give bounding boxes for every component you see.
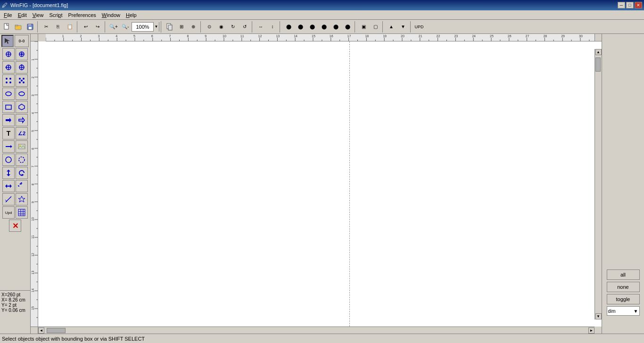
tb-paste-button[interactable]: 📋 <box>64 21 75 33</box>
titlebar-controls[interactable]: ─ □ ✕ <box>618 2 642 8</box>
tool-select[interactable] <box>1 35 14 47</box>
tb-align-c-button[interactable]: ⬤ <box>295 21 306 33</box>
zoom-input[interactable] <box>132 24 153 30</box>
layer-all-button[interactable]: all <box>607 270 640 280</box>
tool-angle[interactable]: ∠2 <box>16 127 28 139</box>
tool-move-h[interactable] <box>2 180 15 192</box>
zoom-control: ▼ <box>132 22 159 32</box>
tb-copy-button[interactable]: ⎘ <box>52 21 64 33</box>
tool-close[interactable]: ✕ <box>9 220 21 232</box>
scroll-thumb-v[interactable] <box>595 57 601 72</box>
menu-script[interactable]: Script <box>46 11 65 19</box>
tb-page-button[interactable] <box>164 21 175 33</box>
menu-edit[interactable]: Edit <box>15 11 30 19</box>
tb-new-button[interactable] <box>1 21 12 33</box>
layer-dropdown[interactable]: dim ▼ <box>607 306 640 316</box>
scroll-thumb-h[interactable] <box>47 328 66 333</box>
zoom-dropdown-arrow[interactable]: ▼ <box>153 22 159 32</box>
svg-point-27 <box>9 82 11 83</box>
menu-view[interactable]: View <box>30 11 47 19</box>
svg-rect-57 <box>18 209 25 216</box>
close-button[interactable]: ✕ <box>635 2 642 8</box>
scrollbar-vertical[interactable]: ▲ ▼ <box>594 49 602 319</box>
tb-zoom-in-button[interactable]: 🔍+ <box>108 21 119 33</box>
tb-redo-button[interactable]: ↪ <box>92 21 103 33</box>
tool-measure2[interactable] <box>16 193 28 205</box>
tool-arrow2[interactable] <box>16 114 28 126</box>
tb-cut-button[interactable]: ✂ <box>41 21 52 33</box>
tool-row-13 <box>2 193 28 205</box>
tb-flip-v-button[interactable]: ↕ <box>267 21 278 33</box>
menu-window[interactable]: Window <box>99 11 123 19</box>
tb-flip-h-button[interactable]: ↔ <box>255 21 266 33</box>
menu-preferences[interactable]: Preferences <box>66 11 99 19</box>
tb-ungroup-button[interactable]: ▢ <box>370 21 381 33</box>
tb-align-t-button[interactable]: ⬤ <box>318 21 330 33</box>
drawing-canvas[interactable] <box>38 41 602 327</box>
tool-polygon[interactable] <box>16 101 28 113</box>
tb-zoom-sel-button[interactable]: ◉ <box>215 21 227 33</box>
tool-line-arrow[interactable] <box>2 140 15 153</box>
tool-image[interactable] <box>16 140 28 153</box>
tool-circle2[interactable] <box>16 154 28 166</box>
scroll-right-button[interactable]: ► <box>588 327 594 334</box>
statusbar: Select objects object with bounding box … <box>0 334 644 343</box>
tb-front-button[interactable]: ▲ <box>386 21 397 33</box>
scroll-track-v <box>595 55 602 313</box>
tool-move-c[interactable] <box>16 180 28 192</box>
scroll-up-button[interactable]: ▲ <box>595 49 602 55</box>
svg-point-29 <box>23 78 25 80</box>
tool-ellipse1[interactable] <box>2 88 15 100</box>
tb-sep-4 <box>161 21 163 33</box>
tool-move-rotate[interactable] <box>16 167 28 179</box>
svg-point-15 <box>21 53 23 55</box>
menu-file[interactable]: File <box>1 11 15 19</box>
scroll-left-button[interactable]: ◄ <box>38 327 44 334</box>
layer-none-button[interactable]: none <box>607 282 640 292</box>
coords-panel: X=260 pt X= 8.26 cm Y= 2 pt Y= 0.06 cm <box>0 290 31 334</box>
minimize-button[interactable]: ─ <box>618 2 625 8</box>
tool-rect[interactable] <box>2 101 15 113</box>
tb-align-l-button[interactable]: ⬤ <box>283 21 294 33</box>
tb-open-button[interactable] <box>13 21 24 33</box>
tool-rotate[interactable] <box>2 61 15 74</box>
layer-toggle-button[interactable]: toggle <box>607 294 640 304</box>
svg-rect-7 <box>168 25 172 30</box>
scrollbar-horizontal[interactable]: ◄ ► <box>38 327 594 334</box>
tb-rotate-cw-button[interactable]: ↻ <box>227 21 239 33</box>
tool-row-5 <box>2 88 28 100</box>
tool-measure1[interactable] <box>2 193 15 205</box>
scroll-down-button[interactable]: ▼ <box>595 313 602 319</box>
tool-arrow1[interactable] <box>2 114 15 126</box>
tb-save-button[interactable] <box>25 21 36 33</box>
tb-update-button[interactable]: UPD <box>413 21 425 33</box>
tb-zoom-fit-button[interactable]: ⊙ <box>204 21 215 33</box>
tb-group-button[interactable]: ▣ <box>358 21 369 33</box>
right-panel: all none toggle dim ▼ <box>602 34 644 334</box>
tb-back-button[interactable]: ▼ <box>397 21 409 33</box>
tool-scale[interactable] <box>16 61 28 74</box>
tool-update[interactable]: Upd <box>2 206 15 219</box>
tb-rotate-ccw-button[interactable]: ↺ <box>239 21 250 33</box>
tool-dots2[interactable] <box>16 74 28 87</box>
tool-move-point[interactable] <box>2 48 15 60</box>
tool-dots1[interactable] <box>2 74 15 87</box>
tb-align-b-button[interactable]: ⬤ <box>342 21 353 33</box>
tool-text[interactable]: T <box>2 127 15 139</box>
restore-button[interactable]: □ <box>626 2 634 8</box>
y-pt-coord: Y= 2 pt <box>1 302 29 308</box>
tool-table[interactable] <box>16 206 28 219</box>
tool-circle1[interactable] <box>2 154 15 166</box>
tb-snap-button[interactable]: ⊕ <box>188 21 199 33</box>
scroll-track-h <box>44 328 588 333</box>
tool-move-v[interactable] <box>2 167 15 179</box>
tool-move-point2[interactable] <box>16 48 28 60</box>
tb-align-m-button[interactable]: ⬤ <box>330 21 341 33</box>
tb-sep-1 <box>37 21 39 33</box>
tb-undo-button[interactable]: ↩ <box>80 21 91 33</box>
tb-grid-button[interactable]: ⊞ <box>176 21 187 33</box>
tool-ellipse2[interactable] <box>16 88 28 100</box>
tb-align-r-button[interactable]: ⬤ <box>306 21 318 33</box>
tb-zoom-out-button[interactable]: 🔍- <box>120 21 131 33</box>
menu-help[interactable]: Help <box>123 11 140 19</box>
